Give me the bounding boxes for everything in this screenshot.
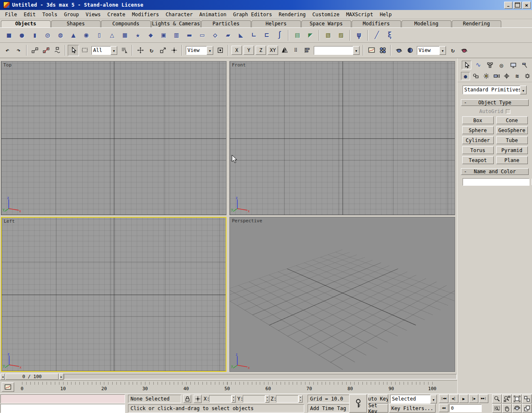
autogrid-checkbox[interactable]	[506, 109, 510, 114]
select-and-link-button[interactable]	[29, 45, 40, 56]
object-type-rollout-header[interactable]: - Object Type	[461, 99, 529, 106]
box-button[interactable]: ■	[3, 30, 15, 41]
arc-rotate-button[interactable]	[512, 404, 522, 413]
motion-tab-button[interactable]: ◎	[497, 61, 506, 69]
geometry-cat-button[interactable]: ●	[461, 72, 470, 80]
l-ext-button[interactable]: ∟	[248, 30, 259, 41]
tab-helpers[interactable]: Helpers	[251, 20, 301, 27]
nurbs-cv-surface-button[interactable]: ▨	[335, 30, 347, 41]
restrict-x-button[interactable]: X	[232, 46, 242, 55]
hose-button[interactable]: ∫	[274, 30, 285, 41]
object-type-cone-button[interactable]: Cone	[496, 116, 528, 124]
tab-particles[interactable]: Particles	[201, 20, 251, 27]
viewport-perspective[interactable]: Perspective zxy	[229, 217, 455, 372]
selection-filter-dropdown[interactable]: All	[91, 46, 117, 55]
space-warps-cat-button[interactable]: ≋	[512, 72, 522, 80]
quick-render-button[interactable]	[458, 45, 470, 56]
viewport-left[interactable]: Left zxy	[1, 217, 227, 372]
play-button[interactable]: ▶	[459, 394, 468, 403]
gengon-button[interactable]: ▰	[222, 30, 234, 41]
y-spinner[interactable]: ▲▼	[265, 395, 269, 403]
material-editor-button[interactable]	[377, 45, 388, 56]
time-back-button[interactable]: ◀	[0, 374, 5, 380]
curve-editor-button[interactable]	[366, 45, 377, 56]
restrict-z-button[interactable]: Z	[256, 46, 266, 55]
minimize-button[interactable]: ▁	[504, 2, 512, 9]
selection-region-button[interactable]	[79, 45, 90, 56]
restrict-xy-button[interactable]: XY	[268, 46, 278, 55]
select-by-name-button[interactable]	[118, 45, 130, 56]
menu-views[interactable]: Views	[82, 11, 104, 18]
activeshade-button[interactable]	[404, 45, 416, 56]
tab-compounds[interactable]: Compounds	[101, 20, 151, 27]
selection-lock-button[interactable]	[183, 395, 191, 403]
mirror-button[interactable]	[279, 45, 290, 56]
chamfer-cylinder-button[interactable]: ▥	[171, 30, 182, 41]
select-and-manipulate-button[interactable]	[168, 45, 180, 56]
object-type-tube-button[interactable]: Tube	[496, 136, 528, 144]
menu-edit[interactable]: Edit	[20, 11, 39, 18]
pyramid-button[interactable]: △	[106, 30, 118, 41]
x-spinner[interactable]: ▲▼	[232, 395, 236, 403]
tab-lights-cameras[interactable]: Lights & Cameras	[151, 20, 201, 27]
display-tab-button[interactable]	[508, 61, 518, 69]
go-to-end-button[interactable]: ▶▶|	[479, 394, 488, 403]
render-last-button[interactable]: ↻	[447, 45, 458, 56]
maxscript-listener[interactable]	[0, 404, 125, 413]
prism-button[interactable]: ◣	[235, 30, 246, 41]
select-object-button[interactable]	[68, 45, 79, 56]
named-selection-sets-dropdown[interactable]	[314, 46, 360, 55]
next-frame-button[interactable]: |▶	[469, 394, 478, 403]
modify-tab-button[interactable]: ∿	[473, 61, 483, 69]
hedra-button[interactable]: ◆	[145, 30, 156, 41]
titlebar[interactable]: Untitled - 3ds max 5 - Stand-alone Licen…	[0, 0, 532, 10]
unlink-selection-button[interactable]	[40, 45, 52, 56]
object-type-sphere-button[interactable]: Sphere	[462, 126, 494, 134]
viewport-top[interactable]: Top zxy	[1, 61, 227, 215]
object-type-geosphere-button[interactable]: GeoSphere	[496, 126, 528, 134]
bind-to-space-warp-button[interactable]	[52, 45, 63, 56]
create-tab-button[interactable]	[462, 61, 471, 69]
cameras-cat-button[interactable]	[492, 72, 501, 80]
menu-customize[interactable]: Customize	[309, 11, 343, 18]
set-key-button[interactable]: Set Key	[368, 404, 388, 413]
render-type-dropdown[interactable]: View	[417, 46, 446, 55]
viewport-front[interactable]: Front zxy	[229, 61, 455, 215]
menu-help[interactable]: Help	[377, 11, 395, 18]
tri-patch-button[interactable]: ◤	[305, 30, 316, 41]
name-color-rollout-header[interactable]: - Name and Color	[461, 168, 529, 175]
object-type-box-button[interactable]: Box	[462, 116, 494, 124]
x-coordinate-input[interactable]	[209, 395, 232, 403]
donut-button[interactable]: ◍	[55, 30, 66, 41]
zoom-extents-button[interactable]	[512, 394, 522, 403]
absolute-offset-toggle-button[interactable]	[194, 395, 202, 403]
render-scene-button[interactable]	[393, 45, 404, 56]
align-button[interactable]	[301, 45, 313, 56]
tube-button[interactable]: ▯	[94, 30, 105, 41]
geosphere-button[interactable]: ◉	[81, 30, 92, 41]
object-type-plane-button[interactable]: Plane	[496, 156, 528, 164]
c-ext-button[interactable]: ⊏	[261, 30, 272, 41]
time-forward-button[interactable]: ▶	[59, 374, 64, 380]
key-filters-button[interactable]: Key Filters...	[389, 404, 436, 413]
track-bar[interactable]: 0102030405060708090100	[0, 380, 457, 393]
knife-button[interactable]: ╱	[371, 30, 382, 41]
bones-button[interactable]: ψ	[353, 30, 365, 41]
use-pivot-center-button[interactable]	[214, 45, 226, 56]
tab-shapes[interactable]: Shapes	[51, 20, 101, 27]
time-slider-track[interactable]	[64, 374, 457, 379]
y-coordinate-input[interactable]	[243, 395, 265, 403]
object-type-teapot-button[interactable]: Teapot	[462, 156, 494, 164]
object-type-torus-button[interactable]: Torus	[462, 146, 494, 154]
z-spinner[interactable]: ▲▼	[298, 395, 303, 403]
object-name-input[interactable]	[463, 178, 530, 186]
tab-modeling[interactable]: Modeling	[401, 20, 451, 27]
menu-maxscript[interactable]: MAXScript	[343, 11, 377, 18]
chamfer-box-button[interactable]: ▣	[158, 30, 169, 41]
object-class-dropdown[interactable]: Standard Primitives	[463, 86, 527, 94]
set-key-mode-button[interactable]	[349, 394, 367, 413]
select-and-rotate-button[interactable]: ↻	[146, 45, 157, 56]
select-and-move-button[interactable]	[135, 45, 146, 56]
menu-create[interactable]: Create	[104, 11, 128, 18]
systems-cat-button[interactable]	[523, 72, 532, 80]
